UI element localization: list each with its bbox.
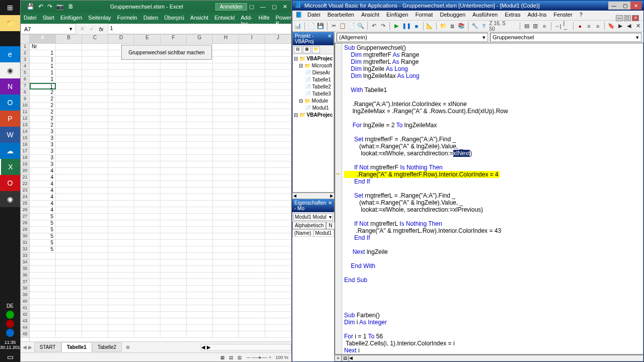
cell[interactable] (30, 325, 56, 331)
row-header[interactable]: 45 (21, 331, 29, 338)
cell[interactable] (160, 70, 187, 76)
object-browser-icon[interactable]: 📚 (458, 22, 465, 31)
cell[interactable] (213, 116, 239, 122)
cell[interactable] (56, 325, 82, 331)
cell[interactable] (213, 70, 239, 76)
cell[interactable] (108, 96, 134, 103)
cell[interactable] (108, 194, 134, 201)
cell[interactable] (265, 174, 291, 181)
camera-icon[interactable]: 📷 (56, 3, 64, 10)
save-icon[interactable]: 💾 (27, 3, 34, 10)
ribbon-tab-ansicht[interactable]: Ansicht (187, 13, 211, 24)
cell[interactable] (82, 325, 108, 331)
cell[interactable] (160, 174, 187, 181)
row-header[interactable]: 29 (21, 227, 29, 233)
cell[interactable] (187, 214, 213, 220)
cell[interactable] (108, 227, 134, 233)
cell[interactable]: Nr (30, 44, 56, 50)
cell[interactable] (134, 155, 160, 161)
cell[interactable] (56, 312, 82, 318)
cell[interactable] (82, 240, 108, 246)
col-header[interactable]: I (239, 35, 265, 44)
cell[interactable] (213, 214, 239, 220)
cell[interactable] (265, 246, 291, 253)
cell[interactable]: 3 (30, 129, 56, 135)
row-header[interactable]: 17 (21, 148, 29, 155)
cell[interactable] (134, 233, 160, 240)
cell[interactable] (239, 188, 265, 194)
menu-format[interactable]: Format (412, 11, 436, 20)
cell[interactable] (134, 253, 160, 259)
menu-extras[interactable]: Extras (502, 11, 523, 20)
cell[interactable] (108, 83, 134, 89)
cell[interactable] (134, 227, 160, 233)
cell[interactable] (187, 70, 213, 76)
cell[interactable] (56, 63, 82, 70)
cell[interactable]: 5 (30, 240, 56, 246)
row-header[interactable]: 21 (21, 174, 29, 181)
row-header[interactable]: 11 (21, 109, 29, 116)
minimize-button[interactable]: — (608, 2, 619, 10)
row-header[interactable]: 19 (21, 161, 29, 168)
cell[interactable] (239, 96, 265, 103)
break-icon[interactable]: ❚❚ (402, 22, 411, 31)
properties-icon[interactable]: 🗏 (449, 22, 456, 31)
cell[interactable] (187, 168, 213, 174)
cell[interactable] (56, 214, 82, 220)
new-sheet-button[interactable]: ⊕ (122, 344, 134, 350)
cell[interactable] (213, 57, 239, 63)
cell[interactable] (239, 109, 265, 116)
cell[interactable] (239, 148, 265, 155)
cell[interactable] (187, 325, 213, 331)
cell[interactable] (213, 253, 239, 259)
cell[interactable] (239, 181, 265, 188)
row-header[interactable]: 3 (21, 57, 29, 63)
cell[interactable] (56, 44, 82, 50)
cell[interactable] (134, 312, 160, 318)
cell[interactable] (56, 161, 82, 168)
cell[interactable] (56, 266, 82, 273)
cell[interactable] (265, 286, 291, 292)
cell[interactable] (187, 240, 213, 246)
tray-icon[interactable] (6, 329, 14, 337)
cell[interactable] (213, 227, 239, 233)
row-header[interactable]: 31 (21, 240, 29, 246)
cell[interactable] (213, 89, 239, 96)
toolbox-icon[interactable]: 🔧 (471, 22, 478, 31)
cell[interactable] (239, 129, 265, 135)
cell[interactable] (265, 240, 291, 246)
cell[interactable] (187, 181, 213, 188)
cell[interactable] (213, 76, 239, 83)
cell[interactable] (82, 89, 108, 96)
menu-bearbeiten[interactable]: Bearbeiten (325, 11, 357, 20)
cell[interactable] (108, 214, 134, 220)
cell[interactable] (82, 279, 108, 286)
cell[interactable] (265, 181, 291, 188)
cell[interactable] (213, 122, 239, 129)
excel-taskbar-icon[interactable]: X (0, 159, 20, 175)
cell[interactable]: 1 (30, 63, 56, 70)
row-header[interactable]: 26 (21, 207, 29, 214)
cell[interactable] (134, 168, 160, 174)
cell[interactable] (213, 312, 239, 318)
cell[interactable]: 2 (30, 122, 56, 129)
cell[interactable] (82, 181, 108, 188)
cell[interactable] (108, 279, 134, 286)
cell[interactable] (239, 83, 265, 89)
col-header[interactable]: D (108, 35, 134, 44)
cell[interactable] (108, 312, 134, 318)
cell[interactable] (108, 207, 134, 214)
cell[interactable] (30, 273, 56, 279)
ribbon-tab-überprü[interactable]: Überprü (161, 13, 187, 24)
cell[interactable] (187, 253, 213, 259)
show-desktop[interactable]: ▭ (0, 352, 20, 362)
cell[interactable] (108, 331, 134, 338)
formula-bar[interactable]: 1 (108, 24, 291, 34)
cell[interactable] (213, 103, 239, 109)
cell[interactable] (187, 286, 213, 292)
tree-node[interactable]: ⊟ 📁 Microsoft Ex (294, 62, 333, 69)
cell[interactable] (187, 63, 213, 70)
cell[interactable] (187, 161, 213, 168)
cell[interactable] (160, 181, 187, 188)
cell[interactable] (187, 266, 213, 273)
